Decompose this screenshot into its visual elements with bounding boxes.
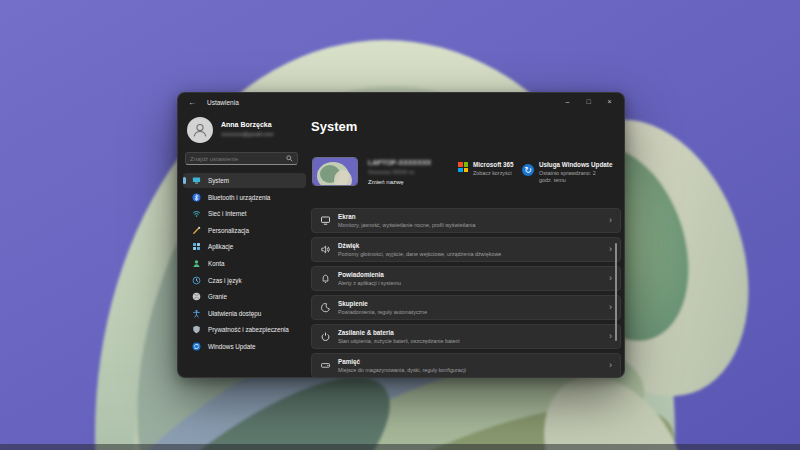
microsoft-365-subtitle: Zobacz korzyści	[473, 170, 514, 176]
setting-title: Dźwięk	[338, 242, 601, 249]
time-language-icon	[192, 276, 201, 285]
main-pane: System LAPTOP-XXXXXXX Xxxxxxxx XXXX xx Z…	[311, 111, 624, 377]
settings-row-power[interactable]: Zasilanie & bateria Stan uśpienia, zużyc…	[311, 324, 621, 349]
device-name: LAPTOP-XXXXXXX	[368, 159, 431, 166]
sound-icon	[312, 244, 338, 255]
rename-device-link[interactable]: Zmień nazwę	[368, 179, 404, 185]
settings-row-focus[interactable]: Skupienie Powiadomienia, reguły automaty…	[311, 295, 621, 320]
personalization-icon	[192, 226, 201, 235]
sidebar-item-label: Granie	[208, 293, 227, 300]
sidebar-item-label: Ułatwienia dostępu	[208, 310, 261, 317]
sidebar-item-bluetooth[interactable]: Bluetooth i urządzenia	[183, 190, 306, 205]
focus-moon-icon	[312, 302, 338, 313]
sidebar-item-network[interactable]: Sieć i Internet	[183, 206, 306, 221]
chevron-right-icon: ›	[601, 332, 620, 341]
sidebar-item-personalization[interactable]: Personalizacja	[183, 223, 306, 238]
device-thumbnail	[312, 157, 358, 186]
minimize-button[interactable]: –	[557, 94, 578, 108]
page-title: System	[311, 119, 357, 134]
device-model: Xxxxxxxx XXXX xx	[368, 169, 414, 175]
titlebar: ← Ustawienia – □ ×	[178, 93, 624, 111]
windows-update-title: Usługa Windows Update	[539, 161, 612, 168]
user-email: xxxxxxxx@gmail.com	[221, 131, 274, 137]
microsoft-logo-icon	[458, 162, 468, 172]
sidebar-item-privacy[interactable]: Prywatność i zabezpieczenia	[183, 322, 306, 337]
settings-row-notifications[interactable]: Powiadomienia Alerty z aplikacji i syste…	[311, 266, 621, 291]
setting-title: Ekran	[338, 213, 601, 220]
setting-title: Pamięć	[338, 358, 601, 365]
search-icon	[286, 155, 293, 162]
system-icon	[192, 176, 201, 185]
settings-row-storage[interactable]: Pamięć Miejsce do magazynowania, dyski, …	[311, 353, 621, 378]
avatar[interactable]	[187, 117, 213, 143]
sidebar-item-accessibility[interactable]: Ułatwienia dostępu	[183, 306, 306, 321]
setting-subtitle: Stan uśpienia, zużycie baterii, oszczędz…	[338, 338, 601, 344]
sidebar-item-label: Windows Update	[208, 343, 256, 350]
scrollbar-thumb[interactable]	[615, 243, 618, 341]
setting-subtitle: Poziomy głośności, wyjście, dane wejścio…	[338, 251, 601, 257]
gaming-icon	[192, 292, 201, 301]
sidebar-item-label: Personalizacja	[208, 227, 249, 234]
close-button[interactable]: ×	[599, 94, 620, 108]
chevron-right-icon: ›	[601, 303, 620, 312]
sidebar-item-label: System	[208, 177, 229, 184]
sidebar-item-accounts[interactable]: Konta	[183, 256, 306, 271]
storage-icon	[312, 360, 338, 371]
setting-title: Skupienie	[338, 300, 601, 307]
apps-icon	[192, 242, 201, 251]
setting-subtitle: Powiadomienia, reguły automatyczne	[338, 309, 601, 315]
privacy-icon	[192, 325, 201, 334]
update-icon: ↻	[522, 164, 534, 176]
settings-row-sound[interactable]: Dźwięk Poziomy głośności, wyjście, dane …	[311, 237, 621, 262]
microsoft-365-block[interactable]: Microsoft 365 Zobacz korzyści	[458, 161, 514, 176]
sidebar-nav: System Bluetooth i urządzenia Sieć i Int…	[183, 173, 306, 356]
window-caption-buttons: – □ ×	[557, 94, 620, 108]
setting-subtitle: Alerty z aplikacji i systemu	[338, 280, 601, 286]
sidebar-item-apps[interactable]: Aplikacje	[183, 239, 306, 254]
sidebar-item-label: Konta	[208, 260, 224, 267]
chevron-right-icon: ›	[601, 216, 620, 225]
network-icon	[192, 209, 201, 218]
bluetooth-icon	[192, 193, 201, 202]
power-icon	[312, 331, 338, 342]
window-title: Ustawienia	[207, 99, 239, 106]
search-box[interactable]	[185, 152, 298, 165]
display-icon	[312, 215, 338, 226]
microsoft-365-title: Microsoft 365	[473, 161, 514, 168]
sidebar-item-label: Czas i język	[208, 277, 242, 284]
sidebar-item-label: Prywatność i zabezpieczenia	[208, 326, 289, 333]
windows-update-status: Ostatnio sprawdzano: 2 godz. temu	[539, 170, 605, 184]
back-button[interactable]: ←	[183, 95, 201, 109]
sidebar-item-time-language[interactable]: Czas i język	[183, 273, 306, 288]
sidebar-item-gaming[interactable]: Granie	[183, 289, 306, 304]
notifications-icon	[312, 273, 338, 284]
setting-title: Zasilanie & bateria	[338, 329, 601, 336]
windows-update-block[interactable]: ↻ Usługa Windows Update Ostatnio sprawdz…	[522, 161, 612, 184]
sidebar-item-system[interactable]: System	[183, 173, 306, 188]
chevron-right-icon: ›	[601, 361, 620, 370]
settings-window: ← Ustawienia – □ × Anna Borzęcka xxxxxxx…	[177, 92, 625, 378]
accounts-icon	[192, 259, 201, 268]
setting-subtitle: Miejsce do magazynowania, dyski, reguły …	[338, 367, 601, 373]
sidebar-item-label: Bluetooth i urządzenia	[208, 194, 270, 201]
user-name[interactable]: Anna Borzęcka	[221, 121, 272, 128]
setting-subtitle: Monitory, jasność, wyświetlanie nocne, p…	[338, 222, 601, 228]
chevron-right-icon: ›	[601, 274, 620, 283]
chevron-right-icon: ›	[601, 245, 620, 254]
sidebar-item-label: Aplikacje	[208, 243, 233, 250]
settings-row-display[interactable]: Ekran Monitory, jasność, wyświetlanie no…	[311, 208, 621, 233]
sidebar: Anna Borzęcka xxxxxxxx@gmail.com System …	[178, 111, 311, 377]
accessibility-icon	[192, 309, 201, 318]
sidebar-item-windows-update[interactable]: Windows Update	[183, 339, 306, 354]
selected-indicator	[183, 177, 186, 185]
setting-title: Powiadomienia	[338, 271, 601, 278]
search-input[interactable]	[186, 156, 286, 162]
maximize-button[interactable]: □	[578, 94, 599, 108]
windows-update-icon	[192, 342, 201, 351]
sidebar-item-label: Sieć i Internet	[208, 210, 247, 217]
person-icon	[191, 121, 209, 139]
